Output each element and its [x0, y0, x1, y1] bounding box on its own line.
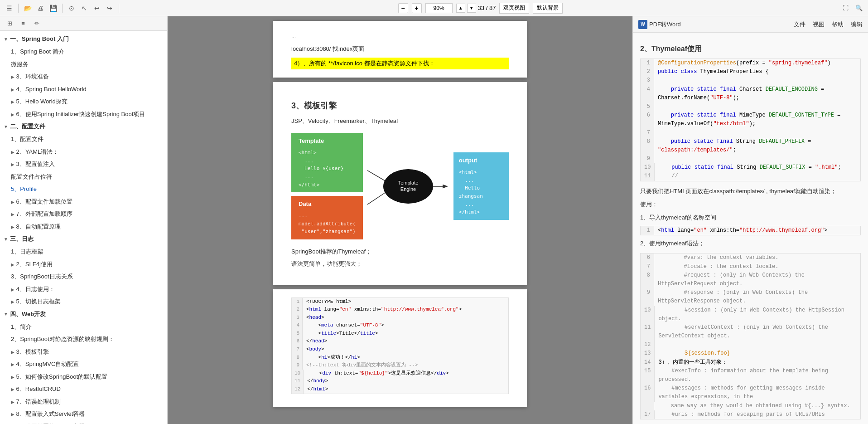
thymeleaf-recommend: SpringBoot推荐的Thymeleaf； [291, 246, 509, 257]
toc-item-3-1[interactable]: 1、日志框架 [0, 245, 167, 258]
sub-toolbar: ⊞ ≡ ✏ [0, 16, 167, 31]
right-step2: 2、使用thymeleaf语法； [640, 238, 861, 249]
right-code-line-6: 6 private static final MimeType DEFAULT_… [641, 111, 860, 128]
toc-item-1-5[interactable]: ▶ 5、Hello World探究 [0, 95, 167, 108]
toolbar-right-icons: ⛶ 🔍 [840, 3, 864, 14]
r2-line-14: 14 3）、内置的一些工具对象： [641, 358, 860, 367]
pdf-code-line-8: 8 <h1>成功！</h1> [292, 354, 508, 362]
toc-item-1-1[interactable]: 1、Spring Boot 简介 [0, 45, 167, 58]
toc-item-4-6[interactable]: ▶ 6、RestfulCRUD [0, 383, 167, 395]
pdf-code-line-6: 6</head> [292, 337, 508, 346]
save-icon[interactable]: 💾 [48, 3, 58, 14]
cursor-icon[interactable]: ↖ [79, 3, 90, 14]
toc-item-2-7[interactable]: ▶ 7、外部配置加载顺序 [0, 208, 167, 220]
pdf-code-line-7: 7<body> [292, 346, 508, 354]
print-icon[interactable]: 🖨 [35, 3, 46, 14]
search-icon[interactable]: 🔍 [854, 3, 864, 14]
toc-item-4-9[interactable]: ▶ 9、使用外置的Servlet容器 [0, 420, 167, 424]
section2-arrow: ▼ [4, 124, 8, 129]
pointer-icon[interactable]: ⊙ [66, 3, 77, 14]
toc-item-2-8[interactable]: ▶ 8、自动配置原理 [0, 220, 167, 233]
toc-section-4[interactable]: ▼ 四、Web开发 [0, 308, 167, 321]
logo-label: PDF转Word [649, 20, 681, 29]
pdf-page-top: ... localhost:8080/ 找index页面 4）、所有的 **/f… [273, 21, 527, 78]
redo-icon[interactable]: ↪ [104, 3, 115, 14]
right-step1-code-block: 1 <html lang="en" xmlns:th="http://www.t… [640, 226, 861, 235]
zoom-out-button[interactable]: − [398, 3, 408, 13]
svg-text:Engine: Engine [400, 186, 416, 192]
r2-line-10: 10 #session : (only in Web Contexts) the… [641, 306, 860, 323]
menu-edit[interactable]: 编辑 [851, 20, 863, 29]
default-view-button[interactable]: 默认背景 [533, 3, 563, 14]
toc-item-3-3[interactable]: 3、SpringBoot日志关系 [0, 270, 167, 283]
toc-item-2-3[interactable]: ▶ 3、配置值注入 [0, 158, 167, 171]
sidebar-toggle-icon[interactable]: ☰ [4, 3, 14, 14]
template-code: <html> ... Hello ${user} ... </html> [299, 149, 356, 189]
section3-arrow: ▼ [4, 237, 8, 242]
toc-item-4-7[interactable]: ▶ 7、错误处理机制 [0, 395, 167, 408]
r2-line-15: 15 #execInfo : information about the tem… [641, 367, 860, 384]
toc-item-4-2[interactable]: 2、SpringBoot对静态资源的映射规则： [0, 333, 167, 346]
pdf-code-line-12: 12</html> [292, 385, 508, 394]
right-code-line-2: 2 public class ThymeleafProperties { [641, 68, 860, 76]
zoom-input[interactable] [425, 3, 453, 13]
right-code-line-7: 7 [641, 129, 860, 137]
right-step1-code-line: 1 <html lang="en" xmlns:th="http://www.t… [641, 226, 860, 235]
toc-item-4-1[interactable]: 1、简介 [0, 321, 167, 333]
toc-item-4-8[interactable]: ▶ 8、配置嵌入式Servlet容器 [0, 408, 167, 420]
undo-icon[interactable]: ↩ [92, 3, 102, 14]
right-topbar: W PDF转Word 文件 视图 帮助 编辑 [633, 16, 868, 33]
diagram-svg: Template Engine [367, 146, 449, 227]
toc-item-1-6[interactable]: ▶ 6、使用Spring Initializer快速创建Spring Boot项… [0, 108, 167, 121]
page-up-button[interactable]: ▲ [456, 4, 465, 13]
right-code-line-10: 10 public static final String DEFAULT_SU… [641, 163, 860, 172]
menu-file[interactable]: 文件 [794, 20, 805, 29]
right-section-title: 2、Thymeleaf使用 [640, 44, 861, 54]
toc-section-2[interactable]: ▼ 二、配置文件 [0, 120, 167, 133]
toc-item-2-1[interactable]: 1、配置文件 [0, 133, 167, 146]
toc-item-3-5[interactable]: ▶ 5、切换日志框架 [0, 295, 167, 308]
list-view-icon[interactable]: ≡ [17, 18, 29, 29]
grid-view-icon[interactable]: ⊞ [4, 18, 15, 29]
toc-item-1-3[interactable]: ▶ 3、环境准备 [0, 70, 167, 83]
menu-view[interactable]: 视图 [813, 20, 825, 29]
right-code-line-5: 5 [641, 102, 860, 111]
section4-arrow: ▼ [4, 312, 8, 317]
main-area: ⊞ ≡ ✏ ▼ 一、Spring Boot 入门 1、Spring Boot 简… [0, 16, 868, 424]
page-down-button[interactable]: ▼ [467, 4, 476, 13]
toc-item-4-5[interactable]: ▶ 5、如何修改SpringBoot的默认配置 [0, 370, 167, 383]
data-code: ... model.addAttribute( "user","zhangsan… [299, 212, 356, 236]
r2-line-16: 16 #messages : methods for getting messa… [641, 384, 860, 401]
toc-item-4-3[interactable]: ▶ 3、模板引擎 [0, 346, 167, 358]
right-step1: 1、导入thymeleaf的名称空间 [640, 212, 861, 223]
fullscreen-icon[interactable]: ⛶ [840, 3, 851, 14]
pdf-code-line-3: 3<head> [292, 314, 508, 322]
open-file-icon[interactable]: 📂 [22, 3, 33, 14]
toc-item-2-6[interactable]: ▶ 6、配置文件加载位置 [0, 195, 167, 208]
template-box: Template <html> ... Hello ${user} ... </… [291, 133, 363, 192]
right-code-line-11: 11 // [641, 172, 860, 180]
pdf-viewer[interactable]: ... localhost:8080/ 找index页面 4）、所有的 **/f… [168, 16, 632, 424]
toc-item-1-4[interactable]: ▶ 4、Spring Boot HelloWorld [0, 83, 167, 96]
toc-item-2-5[interactable]: 5、Profile [0, 183, 167, 195]
toc-item-4-4[interactable]: ▶ 4、SpringMVC自动配置 [0, 358, 167, 370]
toc-item-1-2[interactable]: 微服务 [0, 58, 167, 71]
right-code-line-4: 4 private static final Charset DEFAULT_E… [641, 85, 860, 102]
menu-help[interactable]: 帮助 [832, 20, 844, 29]
toc-section-1[interactable]: ▼ 一、Spring Boot 入门 [0, 33, 167, 45]
toc-item-2-4[interactable]: 配置文件占位符 [0, 171, 167, 183]
toc-section-3[interactable]: ▼ 三、日志 [0, 233, 167, 245]
toc-item-3-4[interactable]: ▶ 4、日志使用： [0, 283, 167, 296]
output-box: output <html> ... Hello zhangsan ... </h… [453, 152, 509, 219]
section2-label: 二、配置文件 [10, 122, 45, 131]
page-info: 33 / 87 [478, 5, 496, 11]
toc-item-3-2[interactable]: ▶ 2、SLF4j使用 [0, 258, 167, 271]
zoom-in-button[interactable]: + [412, 3, 422, 13]
dual-view-button[interactable]: 双页视图 [499, 3, 529, 14]
pdf-html-code-block: 1<!DOCTYPE html> 2<html lang="en" xmlns:… [291, 297, 509, 394]
highlight-icon[interactable]: ✏ [31, 18, 43, 29]
data-box: Data ... model.addAttribute( "user","zha… [291, 196, 363, 239]
pdf-code-line-11: 11</body> [292, 377, 508, 385]
right-code-line-9: 9 [641, 155, 860, 163]
toc-item-2-2[interactable]: ▶ 2、YAML语法： [0, 146, 167, 158]
